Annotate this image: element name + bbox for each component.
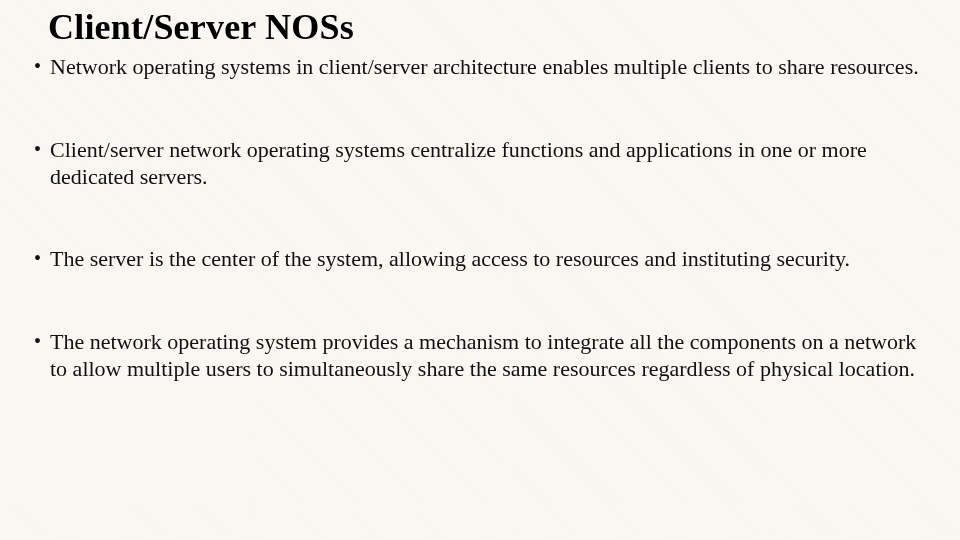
bullet-text: Client/server network operating systems … [50,137,867,189]
list-item: Client/server network operating systems … [38,137,930,191]
bullet-text: The server is the center of the system, … [50,246,850,271]
list-item: Network operating systems in client/serv… [38,54,930,81]
slide-container: Client/Server NOSs Network operating sys… [0,0,960,540]
bullet-text: The network operating system provides a … [50,329,916,381]
list-item: The server is the center of the system, … [38,246,930,273]
bullet-list: Network operating systems in client/serv… [20,54,940,383]
list-item: The network operating system provides a … [38,329,930,383]
bullet-text: Network operating systems in client/serv… [50,54,919,79]
slide-title: Client/Server NOSs [48,6,940,48]
